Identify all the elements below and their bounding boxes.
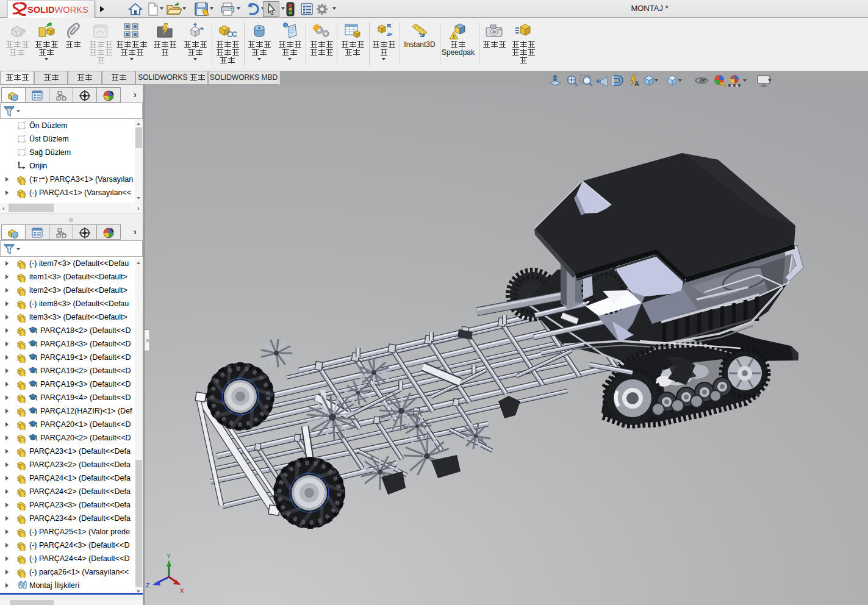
- svg-text:SOLIDWORKS: SOLIDWORKS: [27, 5, 88, 15]
- svg-text:X: X: [180, 587, 184, 595]
- svg-text:Y: Y: [167, 553, 171, 560]
- svg-text:Z: Z: [146, 582, 150, 589]
- svg-text:!: !: [453, 34, 455, 40]
- svg-text:A: A: [634, 80, 639, 87]
